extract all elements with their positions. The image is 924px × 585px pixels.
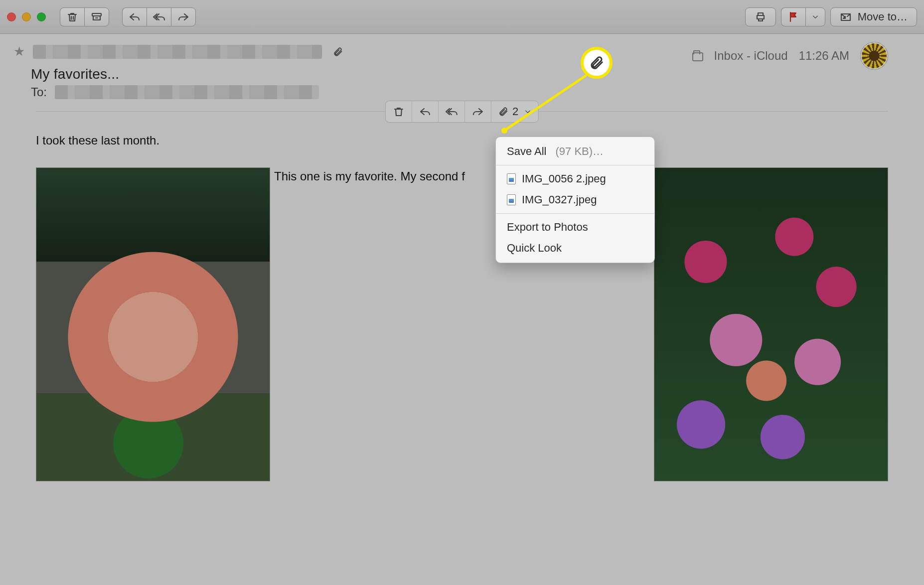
move-to-label: Move to…	[858, 10, 908, 23]
minimize-window-button[interactable]	[22, 12, 31, 21]
mailbox-label: Inbox - iCloud	[714, 49, 788, 63]
menu-file-1-label: IMG_0056 2.jpeg	[522, 172, 606, 185]
inline-toolbar: 2	[385, 101, 539, 123]
close-window-button[interactable]	[7, 12, 16, 21]
to-redacted	[55, 85, 319, 99]
menu-export-photos[interactable]: Export to Photos	[496, 217, 654, 238]
menu-separator	[496, 165, 654, 165]
flag-button[interactable]	[781, 7, 805, 26]
message-time: 11:26 AM	[799, 49, 849, 63]
file-icon	[507, 194, 516, 205]
window-titlebar: Move to…	[0, 0, 924, 34]
message-header: ★ My favorites... To: Inbox - iCloud 11:…	[0, 34, 924, 99]
menu-file-1[interactable]: IMG_0056 2.jpeg	[496, 168, 654, 189]
file-icon	[507, 173, 516, 184]
archive-button[interactable]	[84, 7, 109, 26]
zoom-window-button[interactable]	[37, 12, 46, 21]
tutorial-highlight	[581, 47, 613, 79]
mailbox-icon	[692, 52, 703, 61]
star-icon[interactable]: ★	[12, 44, 26, 59]
window-controls	[7, 12, 46, 21]
menu-quick-look[interactable]: Quick Look	[496, 238, 654, 259]
menu-quick-look-label: Quick Look	[507, 242, 562, 255]
delete-button[interactable]	[60, 7, 84, 26]
inline-delete-button[interactable]	[386, 101, 412, 122]
menu-separator	[496, 213, 654, 214]
attachment-count: 2	[512, 105, 518, 118]
attachments-menu: Save All (97 KB)… IMG_0056 2.jpeg IMG_03…	[495, 137, 655, 263]
reply-button[interactable]	[122, 7, 147, 26]
flag-group	[781, 7, 825, 26]
header-divider: 2	[36, 111, 888, 112]
menu-save-all[interactable]: Save All (97 KB)…	[496, 141, 654, 162]
reply-all-button[interactable]	[147, 7, 171, 26]
attachment-image-2[interactable]	[654, 167, 888, 481]
inline-reply-button[interactable]	[412, 101, 439, 122]
chevron-down-icon	[524, 108, 531, 115]
flag-menu-button[interactable]	[805, 7, 825, 26]
print-button[interactable]	[745, 7, 776, 26]
attachment-image-1[interactable]	[36, 167, 270, 481]
message-body: I took these last month. This one is my …	[0, 112, 924, 501]
body-text-intro: I took these last month.	[36, 134, 888, 147]
forward-button[interactable]	[171, 7, 196, 26]
menu-save-all-label: Save All	[507, 145, 547, 158]
sender-avatar[interactable]	[860, 42, 888, 70]
menu-file-2[interactable]: IMG_0327.jpeg	[496, 189, 654, 210]
to-label: To:	[31, 85, 47, 99]
menu-export-photos-label: Export to Photos	[507, 221, 588, 234]
attachments-dropdown-button[interactable]: 2	[491, 101, 538, 122]
move-to-button[interactable]: Move to…	[830, 7, 917, 26]
inline-reply-all-button[interactable]	[439, 101, 465, 122]
menu-file-2-label: IMG_0327.jpeg	[522, 193, 597, 206]
attachment-indicator-icon	[333, 47, 343, 57]
menu-save-all-size: (97 KB)…	[556, 145, 604, 158]
inline-forward-button[interactable]	[465, 101, 491, 122]
from-redacted	[33, 45, 322, 59]
